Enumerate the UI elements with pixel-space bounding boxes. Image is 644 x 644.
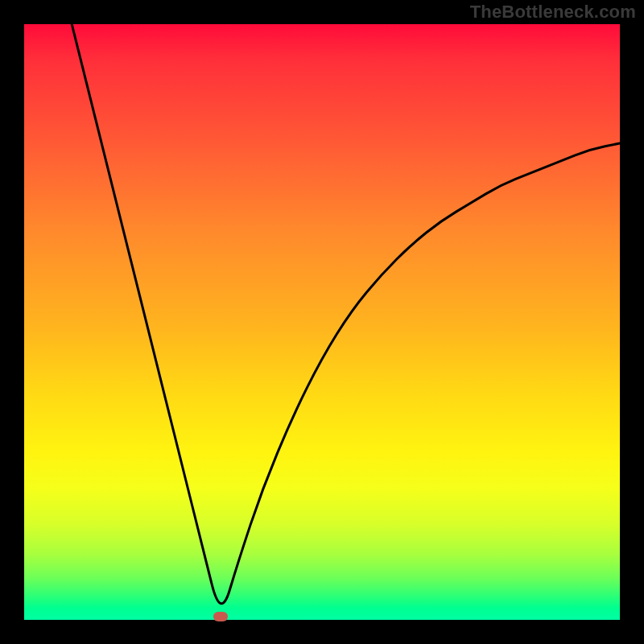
plot-area bbox=[24, 24, 620, 620]
bottleneck-curve bbox=[24, 24, 620, 620]
minimum-marker bbox=[213, 612, 228, 621]
watermark-text: TheBottleneck.com bbox=[470, 2, 636, 23]
curve-path bbox=[72, 24, 620, 604]
chart-frame: TheBottleneck.com bbox=[0, 0, 644, 644]
